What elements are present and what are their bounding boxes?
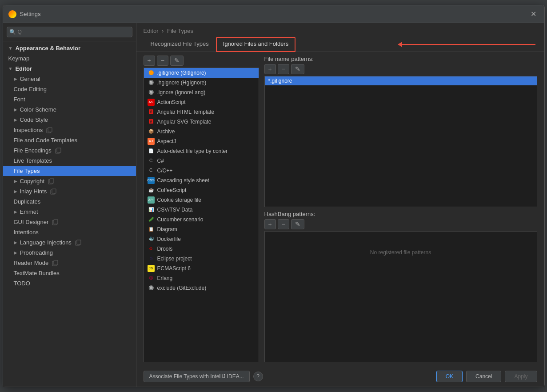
auto-icon: 📄 bbox=[148, 148, 155, 155]
help-button[interactable]: ? bbox=[253, 372, 263, 381]
file-name-patterns-list[interactable]: *.gitignore bbox=[264, 76, 537, 207]
sidebar-item-copyright[interactable]: ▶ Copyright bbox=[3, 176, 136, 186]
sidebar-item-live-templates[interactable]: Live Templates bbox=[3, 156, 136, 166]
sidebar-item-reader-mode[interactable]: Reader Mode bbox=[3, 258, 136, 268]
sidebar-item-duplicates[interactable]: Duplicates bbox=[3, 196, 136, 207]
right-panels: File name patterns: + − ✎ *.gitignore bbox=[264, 56, 537, 362]
file-item-csv[interactable]: 📊 CSV/TSV Data bbox=[144, 205, 259, 215]
sidebar-item-font[interactable]: Font bbox=[3, 94, 136, 104]
file-item-angular-html[interactable]: 🅰 Angular HTML Template bbox=[144, 107, 259, 117]
file-item-eclipse[interactable]: ⊙ Eclipse project bbox=[144, 254, 259, 264]
sidebar-item-emmet[interactable]: ▶ Emmet bbox=[3, 207, 136, 217]
file-item-gitignore[interactable]: 🟠 .gitignore (GitIgnore) bbox=[144, 68, 259, 78]
file-item-hgignore[interactable]: 🔘 .hgignore (HgIgnore) bbox=[144, 78, 259, 88]
chevron-right-icon: ▶ bbox=[14, 189, 17, 194]
file-list-scroll[interactable]: 🟠 .gitignore (GitIgnore) 🔘 .hgignore (Hg… bbox=[144, 68, 259, 362]
tab-ignored[interactable]: Ignored Files and Folders bbox=[216, 37, 295, 52]
sidebar-item-todo[interactable]: TODO bbox=[3, 278, 136, 288]
edit-hashbang-button[interactable]: ✎ bbox=[291, 219, 304, 229]
file-item-gitexclude[interactable]: 🔘 exclude (GitExclude) bbox=[144, 283, 259, 293]
file-item-css[interactable]: CSS Cascading style sheet bbox=[144, 176, 259, 185]
sidebar-item-file-types[interactable]: File Types bbox=[3, 166, 136, 176]
sidebar-item-keymap[interactable]: Keymap bbox=[3, 53, 136, 64]
file-item-coffeescript[interactable]: ☕ CoffeeScript bbox=[144, 185, 259, 195]
edit-file-type-button[interactable]: ✎ bbox=[170, 56, 184, 66]
sidebar-item-color-scheme[interactable]: ▶ Color Scheme bbox=[3, 104, 136, 115]
coffee-icon: ☕ bbox=[148, 187, 155, 194]
sidebar-item-file-code-templates[interactable]: File and Code Templates bbox=[3, 135, 136, 145]
file-item-cucumber[interactable]: 🥒 Cucumber scenario bbox=[144, 215, 259, 224]
svg-rect-3 bbox=[57, 148, 61, 152]
file-item-aspectj[interactable]: AJ AspectJ bbox=[144, 136, 259, 146]
sidebar-item-textmate-bundles[interactable]: TextMate Bundles bbox=[3, 268, 136, 278]
add-file-type-button[interactable]: + bbox=[144, 56, 155, 66]
hashbang-patterns-label: HashBang patterns: bbox=[264, 211, 537, 217]
sidebar-item-label: Reader Mode bbox=[14, 260, 49, 266]
file-list-panel: + − ✎ 🟠 .gitignore (GitIgnore) 🔘 .hgigno… bbox=[144, 56, 259, 362]
file-item-label: C# bbox=[157, 158, 164, 164]
sidebar-list: ▼ Appearance & Behavior Keymap ▼ Editor … bbox=[3, 41, 136, 387]
hashbang-patterns-list[interactable]: No registered file patterns bbox=[264, 231, 537, 362]
cancel-button[interactable]: Cancel bbox=[466, 371, 501, 382]
remove-pattern-button[interactable]: − bbox=[278, 64, 289, 74]
sidebar-item-inspections[interactable]: Inspections bbox=[3, 125, 136, 135]
file-item-label: AspectJ bbox=[157, 138, 176, 144]
settings-icon bbox=[48, 178, 54, 184]
sidebar-item-label: Color Scheme bbox=[20, 106, 56, 113]
file-item-drools[interactable]: ⚙ Drools bbox=[144, 244, 259, 254]
file-item-label: Drools bbox=[157, 246, 173, 252]
file-item-label: Angular HTML Template bbox=[157, 109, 215, 115]
file-item-diagram[interactable]: 📋 Diagram bbox=[144, 224, 259, 234]
file-item-ignore[interactable]: 🔘 .ignore (IgnoreLang) bbox=[144, 88, 259, 97]
search-wrap: 🔍 bbox=[7, 27, 132, 37]
sidebar-item-appearance[interactable]: ▼ Appearance & Behavior bbox=[3, 43, 136, 53]
close-button[interactable]: ✕ bbox=[528, 9, 539, 19]
remove-hashbang-button[interactable]: − bbox=[278, 219, 289, 229]
sidebar-item-code-editing[interactable]: Code Editing bbox=[3, 84, 136, 94]
file-item-label: Cookie storage file bbox=[157, 197, 201, 203]
add-pattern-button[interactable]: + bbox=[264, 64, 276, 74]
file-item-erlang[interactable]: ⦿ Erlang bbox=[144, 273, 259, 283]
file-item-label: Archive bbox=[157, 128, 175, 135]
file-item-label: Diagram bbox=[157, 226, 177, 232]
file-item-cookie[interactable]: API Cookie storage file bbox=[144, 195, 259, 205]
file-item-label: exclude (GitExclude) bbox=[157, 285, 207, 291]
sidebar-item-label: File Encodings bbox=[14, 147, 52, 154]
api-icon: API bbox=[148, 196, 155, 204]
sidebar-item-general[interactable]: ▶ General bbox=[3, 74, 136, 84]
search-input[interactable] bbox=[7, 27, 132, 37]
file-item-dockerfile[interactable]: 🐳 Dockerfile bbox=[144, 234, 259, 244]
tab-recognized[interactable]: Recognized File Types bbox=[144, 37, 216, 52]
add-hashbang-button[interactable]: + bbox=[264, 219, 276, 229]
sidebar-item-label: Language Injections bbox=[20, 239, 72, 246]
file-item-csharp[interactable]: C C# bbox=[144, 156, 259, 166]
file-item-angular-svg[interactable]: 🅰 Angular SVG Template bbox=[144, 117, 259, 127]
associate-button[interactable]: Associate File Types with IntelliJ IDEA.… bbox=[144, 371, 250, 382]
sidebar-item-proofreading[interactable]: ▶ Proofreading bbox=[3, 248, 136, 258]
settings-icon bbox=[52, 260, 58, 266]
edit-pattern-button[interactable]: ✎ bbox=[291, 64, 304, 74]
file-item-auto-detect[interactable]: 📄 Auto-detect file type by conter bbox=[144, 146, 259, 156]
file-item-label: Auto-detect file type by conter bbox=[157, 148, 228, 154]
sidebar-item-label: Duplicates bbox=[14, 198, 41, 205]
file-item-archive[interactable]: 📦 Archive bbox=[144, 127, 259, 136]
pattern-item-gitignore[interactable]: *.gitignore bbox=[265, 76, 537, 85]
ok-button[interactable]: OK bbox=[436, 371, 463, 382]
csv-icon: 📊 bbox=[148, 206, 155, 213]
sidebar-item-inlay-hints[interactable]: ▶ Inlay Hints bbox=[3, 186, 136, 196]
sidebar-item-file-encodings[interactable]: File Encodings bbox=[3, 145, 136, 156]
sidebar-item-code-style[interactable]: ▶ Code Style bbox=[3, 115, 136, 125]
sidebar-item-language-injections[interactable]: ▶ Language Injections bbox=[3, 237, 136, 248]
sidebar-item-intentions[interactable]: Intentions bbox=[3, 227, 136, 237]
remove-file-type-button[interactable]: − bbox=[157, 56, 168, 66]
breadcrumb-file-types: File Types bbox=[167, 28, 193, 34]
file-item-ecmascript[interactable]: JS ECMAScript 6 bbox=[144, 264, 259, 273]
apply-button[interactable]: Apply bbox=[505, 371, 537, 382]
file-item-label: .gitignore (GitIgnore) bbox=[157, 70, 206, 76]
archive-icon: 📦 bbox=[148, 128, 155, 135]
file-item-label: .ignore (IgnoreLang) bbox=[157, 89, 206, 96]
file-item-actionscript[interactable]: AS ActionScript bbox=[144, 97, 259, 107]
file-item-cpp[interactable]: C C/C++ bbox=[144, 166, 259, 176]
sidebar-item-gui-designer[interactable]: GUI Designer bbox=[3, 217, 136, 227]
sidebar-item-editor[interactable]: ▼ Editor bbox=[3, 64, 136, 74]
